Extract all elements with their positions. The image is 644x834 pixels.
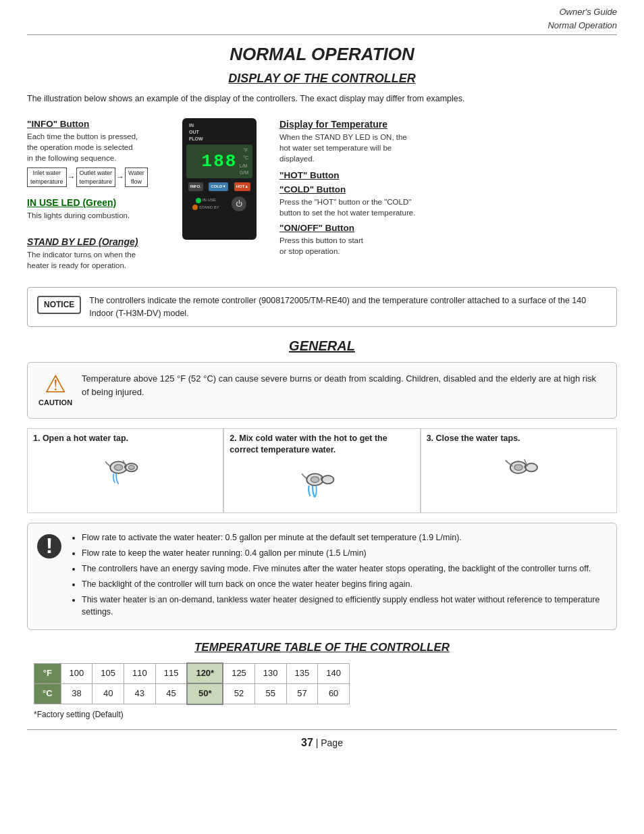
- inuse-led-annotation: IN USE LED (Green) This lights during co…: [27, 197, 176, 221]
- factory-note: *Factory setting (Default): [34, 709, 617, 721]
- onoff-button-label: "ON/OFF" Button: [279, 223, 354, 233]
- device-info-btn[interactable]: INFO.: [188, 182, 203, 190]
- flow-box-1: Inlet watertemperature: [27, 167, 67, 187]
- caution-icon: ⚠: [45, 372, 66, 396]
- temp-cell-c: 60: [318, 683, 350, 704]
- temp-cell-f: 135: [286, 663, 318, 683]
- temp-display-label: Display for Temperature: [279, 119, 387, 130]
- led-orange: [192, 205, 198, 210]
- device-screen: 188 °F °C L/MG/M: [186, 145, 252, 178]
- bullet-item: The controllers have an energy saving mo…: [82, 563, 607, 575]
- notice-box: NOTICE The controllers indicate the remo…: [27, 287, 617, 328]
- temp-cell-f: 140: [318, 663, 350, 683]
- display-title: DISPLAY OF THE CONTROLLER: [27, 70, 617, 87]
- temp-display-desc: When the STAND BY LED is ON, the hot wat…: [279, 132, 617, 164]
- temp-cell-c: 50*: [187, 683, 223, 704]
- device-cold-btn[interactable]: COLD▼: [209, 182, 228, 190]
- step-3-title: 3. Close the water taps.: [427, 433, 611, 445]
- controller-area: "INFO" Button Each time the button is pr…: [27, 111, 617, 278]
- faucet-svg-1: [102, 454, 149, 488]
- temp-cell-f: 110: [124, 663, 156, 683]
- temp-row-f: °F 100105110115120*125130135140: [34, 663, 350, 683]
- cold-button-annotation: "COLD" Button Press the "HOT" button or …: [279, 184, 617, 218]
- info-icon: !: [37, 534, 61, 558]
- temp-cell-c: 43: [124, 683, 156, 704]
- inuse-led-label: IN USE LED (Green): [27, 197, 116, 208]
- cold-button-label: "COLD" Button: [279, 184, 346, 194]
- temp-cell-c: 45: [155, 683, 187, 704]
- temp-cell-f: 100: [61, 663, 92, 683]
- standby-led-annotation: STAND BY LED (Orange) The indicator turn…: [27, 236, 176, 271]
- device-digits: 188: [202, 149, 238, 174]
- faucet-svg-2: [298, 466, 346, 500]
- device-onoff-btn[interactable]: ⏻: [232, 197, 246, 211]
- hot-button-annotation: "HOT" Button: [279, 170, 617, 182]
- main-title: NORMAL OPERATION: [27, 42, 617, 66]
- temp-cell-c: 52: [223, 683, 254, 704]
- step-3: 3. Close the water taps.: [421, 428, 617, 513]
- page-header: Owner's Guide Normal Operation: [27, 0, 617, 35]
- svg-point-10: [514, 465, 522, 471]
- page-word: Page: [321, 737, 343, 748]
- step-2-title: 2. Mix cold water with the hot to get th…: [230, 433, 414, 457]
- temp-cell-c: 55: [254, 683, 286, 704]
- controller-device: IN OUT FLOW 188 °F °C L/MG/M INFO. COLD▼: [182, 118, 257, 240]
- flow-box-2: Outlet watertemperature: [76, 167, 116, 187]
- bullet-item: This water heater is an on-demand, tankl…: [82, 594, 607, 618]
- svg-point-1: [114, 465, 122, 471]
- faucet-svg-3: [495, 454, 542, 488]
- general-title: GENERAL: [27, 336, 617, 355]
- bullet-item: The backlight of the controller will tur…: [82, 578, 607, 590]
- info-button-desc1: Each time the button is pressed, the ope…: [27, 131, 176, 163]
- temp-cell-f: 105: [92, 663, 124, 683]
- header-line1: Owner's Guide: [547, 5, 617, 19]
- bullet-item: Flow rate to keep the water heater runni…: [82, 547, 607, 559]
- step-1-title: 1. Open a hot water tap.: [33, 433, 217, 445]
- caution-label: CAUTION: [38, 398, 72, 408]
- steps-row: 1. Open a hot water tap. 2. Mix cold wat…: [27, 428, 617, 513]
- header-line2: Normal Operation: [547, 19, 617, 32]
- display-desc: The illustration below shows an example …: [27, 93, 617, 105]
- hot-cold-desc: Press the "HOT" button or the "COLD" but…: [279, 197, 617, 218]
- device-hot-btn[interactable]: HOT▲: [234, 182, 251, 190]
- header-text: Owner's Guide Normal Operation: [547, 5, 617, 32]
- info-button-annotation: "INFO" Button Each time the button is pr…: [27, 118, 176, 187]
- svg-point-4: [128, 465, 134, 469]
- onoff-button-annotation: "ON/OFF" Button Press this button to sta…: [279, 222, 617, 257]
- device-illustration: IN OUT FLOW 188 °F °C L/MG/M INFO. COLD▼: [182, 118, 270, 240]
- notice-badge: NOTICE: [37, 296, 81, 314]
- flow-box-3: Waterflow: [125, 167, 148, 187]
- led-green: [196, 198, 201, 203]
- temp-cell-f: 120*: [187, 663, 223, 683]
- page-number: 37: [301, 737, 313, 748]
- step-2: 2. Mix cold water with the hot to get th…: [223, 428, 420, 513]
- step-1: 1. Open a hot water tap.: [27, 428, 223, 513]
- info-bullets: Flow rate to activate the water heater: …: [71, 531, 607, 622]
- arrow-2: →: [116, 172, 124, 183]
- unit-cell-f: °F: [34, 663, 61, 683]
- caution-text: Temperature above 125 °F (52 °C) can cau…: [82, 372, 606, 398]
- temp-cell-f: 130: [254, 663, 286, 683]
- device-unit-lm: L/MG/M: [240, 163, 248, 176]
- device-buttons-row: INFO. COLD▼ HOT▲: [186, 182, 252, 190]
- caution-box: ⚠ CAUTION Temperature above 125 °F (52 °…: [27, 362, 617, 418]
- device-unit: °F °C: [243, 147, 248, 161]
- temp-row-c: °C 3840434550*52555760: [34, 683, 350, 704]
- temp-cell-c: 38: [61, 683, 92, 704]
- info-button-label: "INFO" Button: [27, 119, 89, 129]
- right-annotations: Display for Temperature When the STAND B…: [270, 118, 617, 263]
- temp-table-title: TEMPERATURE TABLE OF THE CONTROLLER: [27, 640, 617, 656]
- device-bottom-row: IN USE STAND BY ⏻: [186, 195, 252, 213]
- inuse-led-desc: This lights during combustion.: [27, 210, 176, 221]
- arrow-1: →: [68, 172, 76, 183]
- standby-led-label: STAND BY LED (Orange): [27, 236, 138, 247]
- info-box: ! Flow rate to activate the water heater…: [27, 523, 617, 631]
- svg-point-6: [311, 477, 319, 483]
- temp-cell-c: 57: [286, 683, 318, 704]
- onoff-desc: Press this button to start or stop opera…: [279, 235, 617, 257]
- temp-cell-f: 125: [223, 663, 254, 683]
- page-footer: 37 | Page: [27, 729, 617, 750]
- notice-text: The controllers indicate the remote cont…: [89, 294, 607, 320]
- standby-led-desc: The indicator turns on when the heater i…: [27, 249, 176, 271]
- temp-display-annotation: Display for Temperature When the STAND B…: [279, 118, 617, 164]
